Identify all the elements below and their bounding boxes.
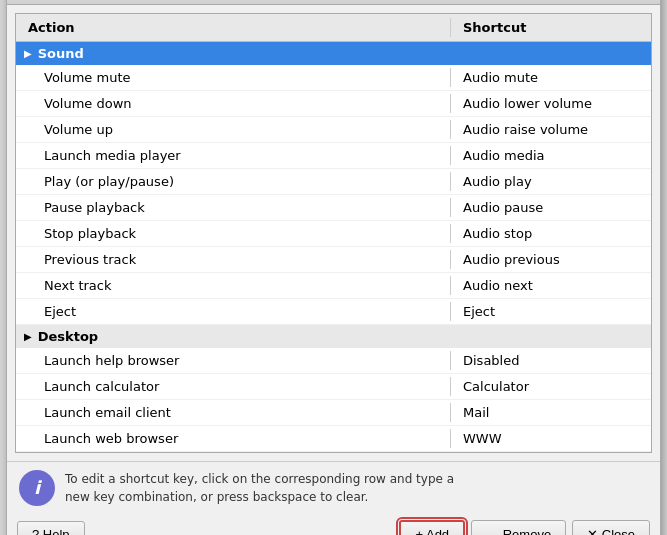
table-row[interactable]: Launch email client Mail — [16, 400, 651, 426]
group-toggle-sound: ▶ — [24, 48, 32, 59]
table-row[interactable]: Pause playback Audio pause — [16, 195, 651, 221]
table-row[interactable]: Play (or play/pause) Audio play — [16, 169, 651, 195]
group-row-desktop[interactable]: ▶ Desktop — [16, 325, 651, 348]
info-icon: i — [19, 470, 55, 506]
titlebar: × Keyboard Shortcuts ⌄ ⌃ — [7, 0, 660, 5]
shortcut-launch-media: Audio media — [451, 146, 651, 165]
action-next-track: Next track — [16, 276, 451, 295]
table-body[interactable]: ▶ Sound Volume mute Audio mute Volume do… — [16, 42, 651, 452]
shortcut-play-pause: Audio play — [451, 172, 651, 191]
action-pause: Pause playback — [16, 198, 451, 217]
action-volume-up: Volume up — [16, 120, 451, 139]
close-button[interactable]: ✕ Close — [572, 520, 650, 536]
shortcut-stop: Audio stop — [451, 224, 651, 243]
group-toggle-desktop: ▶ — [24, 331, 32, 342]
table-row[interactable]: Launch web browser WWW — [16, 426, 651, 452]
shortcut-prev-track: Audio previous — [451, 250, 651, 269]
action-eject: Eject — [16, 302, 451, 321]
table-row[interactable]: Volume mute Audio mute — [16, 65, 651, 91]
shortcut-web-browser: WWW — [451, 429, 651, 448]
table-row[interactable]: Stop playback Audio stop — [16, 221, 651, 247]
table-row[interactable]: Next track Audio next — [16, 273, 651, 299]
content-area: Action Shortcut ▶ Sound Volume mute Audi… — [7, 5, 660, 536]
shortcut-help-browser: Disabled — [451, 351, 651, 370]
action-launch-media: Launch media player — [16, 146, 451, 165]
right-buttons: + Add — Remove ✕ Close — [399, 520, 650, 536]
table-row[interactable]: Previous track Audio previous — [16, 247, 651, 273]
shortcut-volume-up: Audio raise volume — [451, 120, 651, 139]
column-shortcut-header: Shortcut — [451, 18, 651, 37]
shortcut-next-track: Audio next — [451, 276, 651, 295]
group-label-sound: Sound — [38, 46, 84, 61]
table-row[interactable]: Launch media player Audio media — [16, 143, 651, 169]
shortcut-eject: Eject — [451, 302, 651, 321]
action-volume-down: Volume down — [16, 94, 451, 113]
table-row[interactable]: Eject Eject — [16, 299, 651, 325]
action-email: Launch email client — [16, 403, 451, 422]
group-label-desktop: Desktop — [38, 329, 98, 344]
shortcut-calculator: Calculator — [451, 377, 651, 396]
shortcut-volume-mute: Audio mute — [451, 68, 651, 87]
column-action-header: Action — [16, 18, 451, 37]
table-row[interactable]: Launch help browser Disabled — [16, 348, 651, 374]
table-row[interactable]: Launch calculator Calculator — [16, 374, 651, 400]
action-help-browser: Launch help browser — [16, 351, 451, 370]
add-button[interactable]: + Add — [399, 520, 465, 536]
table-header: Action Shortcut — [16, 14, 651, 42]
shortcut-pause: Audio pause — [451, 198, 651, 217]
action-prev-track: Previous track — [16, 250, 451, 269]
info-bar: i To edit a shortcut key, click on the c… — [7, 461, 660, 514]
button-bar: ? Help + Add — Remove ✕ Close — [7, 514, 660, 536]
action-play-pause: Play (or play/pause) — [16, 172, 451, 191]
action-volume-mute: Volume mute — [16, 68, 451, 87]
shortcuts-table: Action Shortcut ▶ Sound Volume mute Audi… — [15, 13, 652, 453]
info-text: To edit a shortcut key, click on the cor… — [65, 470, 454, 506]
help-button[interactable]: ? Help — [17, 521, 85, 536]
table-row[interactable]: Volume down Audio lower volume — [16, 91, 651, 117]
shortcut-volume-down: Audio lower volume — [451, 94, 651, 113]
action-calculator: Launch calculator — [16, 377, 451, 396]
remove-button[interactable]: — Remove — [471, 520, 566, 536]
shortcut-email: Mail — [451, 403, 651, 422]
keyboard-shortcuts-window: × Keyboard Shortcuts ⌄ ⌃ Action Shortcut… — [6, 0, 661, 535]
table-row[interactable]: Volume up Audio raise volume — [16, 117, 651, 143]
action-stop: Stop playback — [16, 224, 451, 243]
action-web-browser: Launch web browser — [16, 429, 451, 448]
group-row-sound[interactable]: ▶ Sound — [16, 42, 651, 65]
